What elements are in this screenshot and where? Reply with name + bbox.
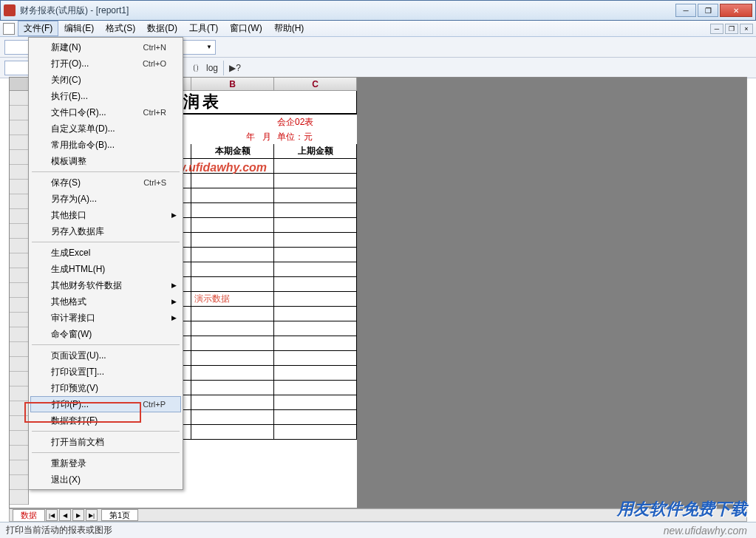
row-header[interactable] — [10, 283, 28, 298]
cell[interactable] — [274, 188, 357, 203]
cell[interactable] — [191, 277, 274, 292]
cell[interactable] — [274, 321, 357, 336]
row-header[interactable] — [10, 460, 28, 475]
cell[interactable] — [191, 395, 274, 410]
cell[interactable] — [274, 233, 357, 248]
cell[interactable]: 本期金额 — [191, 144, 274, 159]
menu-item[interactable]: 数据套打(F) — [30, 412, 181, 429]
cell[interactable] — [191, 321, 274, 336]
cell[interactable] — [191, 425, 274, 440]
menu-file[interactable]: 文件(F) — [18, 21, 58, 36]
cell[interactable] — [274, 292, 357, 307]
row-header[interactable] — [10, 446, 28, 460]
menu-item[interactable]: 新建(N)Ctrl+N — [30, 39, 181, 55]
menu-item[interactable]: 打开当前文档 — [30, 434, 181, 450]
menu-item[interactable]: 其他格式▶ — [30, 293, 181, 310]
menu-item[interactable]: 重新登录 — [30, 455, 181, 471]
cell[interactable] — [274, 336, 357, 351]
cell[interactable] — [191, 174, 274, 188]
menu-tools[interactable]: 工具(T) — [183, 21, 224, 36]
menu-item[interactable]: 打开(O)...Ctrl+O — [30, 55, 181, 72]
help-pointer-button[interactable]: ▶? — [227, 61, 243, 75]
row-header[interactable] — [10, 239, 28, 253]
cell[interactable] — [191, 366, 274, 381]
row-header[interactable] — [10, 327, 28, 342]
cell[interactable] — [274, 395, 357, 410]
row-header[interactable] — [10, 253, 28, 268]
row-header[interactable] — [10, 224, 28, 239]
row-header[interactable] — [10, 431, 28, 446]
menu-item[interactable]: 其他财务软件数据▶ — [30, 277, 181, 293]
row-header[interactable] — [10, 135, 28, 150]
row-header[interactable] — [10, 91, 28, 106]
cell[interactable] — [191, 218, 274, 233]
col-header-c[interactable]: C — [274, 78, 357, 90]
cell[interactable] — [191, 159, 274, 174]
menu-item[interactable]: 模板调整 — [30, 153, 181, 169]
mdi-close[interactable]: × — [740, 24, 753, 34]
nav-first[interactable]: |◀ — [46, 509, 58, 521]
menu-item[interactable]: 生成Excel — [30, 245, 181, 261]
row-header[interactable] — [10, 357, 28, 372]
row-header[interactable] — [10, 106, 28, 120]
cell[interactable] — [274, 351, 357, 366]
cell[interactable] — [191, 307, 274, 321]
menu-item[interactable]: 生成HTML(H) — [30, 261, 181, 277]
row-header[interactable] — [10, 165, 28, 180]
cell[interactable]: 上期金额 — [274, 144, 357, 159]
cell[interactable] — [191, 351, 274, 366]
maximize-button[interactable]: ❐ — [698, 4, 718, 17]
menu-help[interactable]: 帮助(H) — [268, 21, 310, 36]
cell[interactable] — [274, 277, 357, 292]
tab-page1[interactable]: 第1页 — [101, 509, 138, 521]
menu-item[interactable]: 常用批命令(B)... — [30, 137, 181, 153]
cell[interactable] — [191, 233, 274, 248]
row-header[interactable] — [10, 313, 28, 327]
row-header[interactable] — [10, 209, 28, 224]
row-header[interactable] — [10, 475, 28, 490]
cell[interactable] — [191, 188, 274, 203]
cell[interactable] — [274, 203, 357, 218]
menu-item[interactable]: 另存为(A)... — [30, 191, 181, 207]
menu-item[interactable]: 关闭(C) — [30, 72, 181, 88]
menu-item[interactable]: 执行(E)... — [30, 88, 181, 104]
row-header[interactable] — [10, 416, 28, 431]
cell[interactable]: 演示数据 — [191, 292, 274, 307]
cell[interactable] — [274, 262, 357, 277]
menu-item[interactable]: 退出(X) — [30, 471, 181, 488]
mdi-restore[interactable]: ❐ — [725, 24, 738, 34]
cell[interactable] — [191, 410, 274, 425]
minimize-button[interactable]: ─ — [675, 4, 696, 17]
row-header[interactable] — [10, 387, 28, 401]
corner-cell[interactable] — [10, 78, 29, 91]
row-header[interactable] — [10, 401, 28, 416]
menu-item[interactable]: 页面设置(U)... — [30, 347, 181, 364]
nav-prev[interactable]: ◀ — [59, 509, 71, 521]
cell[interactable] — [191, 203, 274, 218]
menu-item[interactable]: 文件口令(R)...Ctrl+R — [30, 104, 181, 120]
nav-last[interactable]: ▶| — [86, 509, 98, 521]
close-button[interactable]: ✕ — [720, 4, 752, 17]
menu-item[interactable]: 另存入数据库 — [30, 223, 181, 239]
menu-item[interactable]: 保存(S)Ctrl+S — [30, 174, 181, 191]
row-header[interactable] — [10, 298, 28, 313]
menu-item[interactable]: 打印设置[T]... — [30, 364, 181, 380]
cell[interactable] — [191, 248, 274, 262]
cell[interactable] — [274, 248, 357, 262]
mdi-minimize[interactable]: ─ — [710, 24, 723, 34]
cell[interactable] — [274, 159, 357, 174]
menu-item[interactable]: 打印(P)...Ctrl+P — [30, 396, 181, 412]
paren-button[interactable]: ⟮⟯ — [188, 61, 204, 75]
menu-data[interactable]: 数据(D) — [141, 21, 183, 36]
row-header[interactable] — [10, 150, 28, 165]
row-header[interactable] — [10, 120, 28, 135]
menu-item[interactable]: 自定义菜单(D)... — [30, 120, 181, 137]
cell[interactable] — [191, 336, 274, 351]
cell[interactable] — [191, 262, 274, 277]
cell[interactable] — [274, 174, 357, 188]
cell[interactable] — [274, 381, 357, 395]
row-header[interactable] — [10, 372, 28, 387]
row-header[interactable] — [10, 268, 28, 283]
menu-item[interactable]: 其他接口▶ — [30, 207, 181, 223]
col-header-b[interactable]: B — [191, 78, 274, 90]
